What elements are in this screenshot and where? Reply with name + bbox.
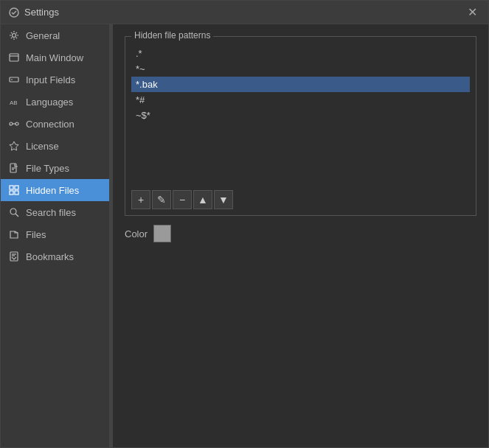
files-icon [8,228,20,240]
sidebar-item-label-general: General [26,30,60,41]
pattern-list-item[interactable]: ~$* [131,108,470,123]
license-icon [8,140,20,152]
remove-pattern-button[interactable]: − [173,190,192,209]
color-swatch[interactable] [153,225,171,242]
sidebar-item-main-window[interactable]: Main Window [1,46,109,69]
window-title: Settings [24,7,463,18]
sidebar-item-connection[interactable]: Connection [1,113,109,135]
svg-rect-4 [10,77,18,82]
svg-rect-15 [10,191,13,195]
pattern-list-item[interactable]: *# [131,92,470,108]
close-button[interactable]: ✕ [463,4,481,21]
sidebar-item-label-file-types: File Types [26,163,69,174]
file-types-icon [8,162,20,174]
pattern-list-item[interactable]: *~ [131,61,470,77]
sidebar-item-languages[interactable]: ABLanguages [1,91,109,113]
svg-rect-2 [10,54,18,61]
pattern-list[interactable]: .**~*.bak*#~$* [131,46,470,186]
sidebar-item-label-search-files: Search files [26,207,76,218]
sidebar-item-label-main-window: Main Window [26,52,83,63]
move-down-button[interactable]: ▼ [214,190,233,209]
svg-point-7 [10,122,13,125]
color-label: Color [125,228,148,239]
svg-rect-14 [15,186,18,189]
sidebar-item-search-files[interactable]: Search files [1,201,109,223]
move-up-button[interactable]: ▲ [193,190,212,209]
sidebar-item-license[interactable]: License [1,135,109,157]
svg-rect-13 [10,186,13,189]
svg-point-8 [15,122,18,125]
sidebar-item-label-languages: Languages [26,97,73,108]
svg-line-18 [15,214,18,217]
pattern-list-item[interactable]: .* [131,46,470,61]
hidden-files-icon [8,184,20,196]
sidebar-item-file-types[interactable]: File Types [1,157,109,179]
sidebar-item-general[interactable]: General [1,24,109,46]
languages-icon: AB [8,96,20,108]
svg-rect-16 [15,191,18,195]
sidebar-item-label-connection: Connection [26,119,74,130]
svg-point-17 [10,209,16,214]
edit-pattern-button[interactable]: ✎ [152,190,171,209]
bookmarks-icon [8,251,20,262]
svg-point-1 [13,34,16,38]
window-icon [8,7,20,18]
sidebar-item-label-hidden-files: Hidden Files [26,185,79,196]
general-icon [8,29,20,41]
input-fields-icon [8,74,20,85]
pattern-list-item[interactable]: *.bak [131,77,470,92]
sidebar-item-bookmarks[interactable]: Bookmarks [1,245,109,267]
main-content: GeneralMain WindowInput FieldsABLanguage… [1,24,488,447]
search-files-icon [8,206,20,218]
connection-icon [8,118,20,130]
sidebar-item-label-input-fields: Input Fields [26,74,75,85]
svg-text:AB: AB [10,99,18,106]
sidebar-item-label-files: Files [26,229,46,240]
main-window-icon [8,52,20,63]
group-title: Hidden file patterns [131,30,213,41]
main-panel: Hidden file patterns .**~*.bak*#~$* + ✎ … [113,24,488,447]
sidebar-item-label-license: License [26,141,59,152]
pattern-toolbar: + ✎ − ▲ ▼ [131,190,470,209]
settings-window: Settings ✕ GeneralMain WindowInput Field… [0,0,489,448]
titlebar: Settings ✕ [1,1,488,24]
sidebar: GeneralMain WindowInput FieldsABLanguage… [1,24,110,447]
color-row: Color [125,225,476,242]
sidebar-item-files[interactable]: Files [1,223,109,245]
sidebar-item-label-bookmarks: Bookmarks [26,251,74,262]
hidden-patterns-group: Hidden file patterns .**~*.bak*#~$* + ✎ … [125,36,476,216]
sidebar-item-input-fields[interactable]: Input Fields [1,69,109,91]
add-pattern-button[interactable]: + [131,190,150,209]
sidebar-item-hidden-files[interactable]: Hidden Files [1,179,109,201]
